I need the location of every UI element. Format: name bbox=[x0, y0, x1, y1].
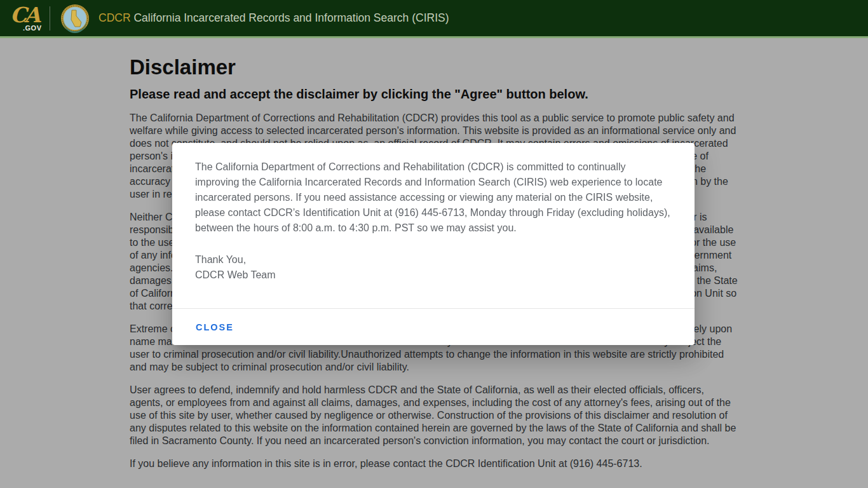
dialog-body-text: The California Department of Corrections… bbox=[195, 159, 672, 236]
dialog-actions: CLOSE bbox=[172, 309, 695, 345]
dialog-signoff-line2: CDCR Web Team bbox=[195, 268, 672, 283]
dialog-signoff-line1: Thank You, bbox=[195, 252, 672, 268]
app-title-text: California Incarcerated Records and Info… bbox=[133, 11, 449, 24]
close-button[interactable]: CLOSE bbox=[196, 322, 234, 332]
ca-gov-suffix-text: .GOV bbox=[23, 24, 42, 32]
ca-gov-logo[interactable]: CA .GOV bbox=[8, 3, 43, 34]
assistance-dialog: The California Department of Corrections… bbox=[172, 143, 695, 345]
app-header: CA .GOV CDCR California Incarcerated Rec… bbox=[0, 0, 868, 38]
app-title[interactable]: CDCR California Incarcerated Records and… bbox=[98, 11, 449, 25]
dialog-signoff: Thank You, CDCR Web Team bbox=[195, 252, 672, 283]
header-divider bbox=[50, 6, 50, 30]
cdcr-seal-icon bbox=[60, 4, 90, 33]
ca-gov-script-text: CA bbox=[10, 4, 38, 25]
app-title-cdcr: CDCR bbox=[98, 11, 131, 24]
dialog-content: The California Department of Corrections… bbox=[172, 143, 695, 283]
